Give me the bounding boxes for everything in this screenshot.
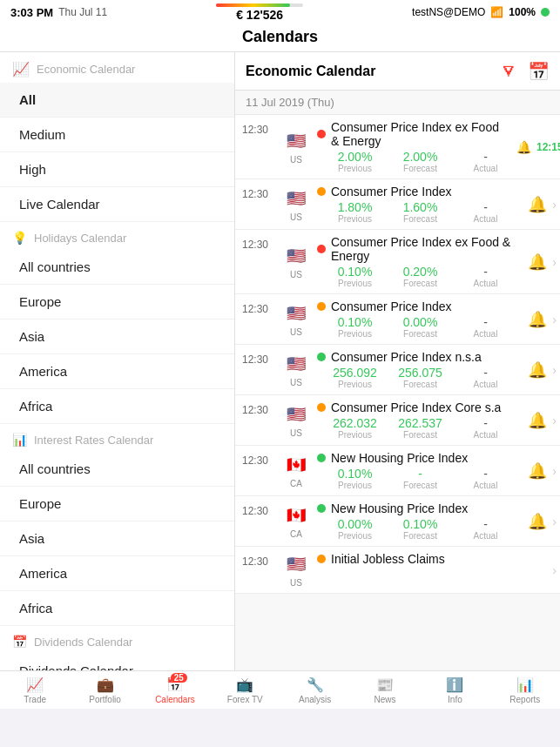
sidebar-item-africa-interest[interactable]: Africa — [0, 591, 234, 626]
sidebar-item-europe-interest[interactable]: Europe — [0, 487, 234, 522]
sidebar-item-live-calendar[interactable]: Live Calendar — [0, 187, 234, 222]
sidebar-item-europe-holiday[interactable]: Europe — [0, 285, 234, 320]
cal-time: 12:30 — [242, 400, 275, 440]
page-header: Calendars — [0, 24, 560, 52]
calendar-entry[interactable]: 12:30 🇺🇸 US Consumer Price Index 0.10% P… — [235, 294, 560, 345]
priority-dot — [317, 403, 326, 412]
cal-actions: 🔔 › — [528, 451, 557, 490]
cal-actual: - Actual — [462, 517, 509, 541]
calendar-entry[interactable]: 12:30 🇺🇸 US Consumer Price Index 1.80% P… — [235, 179, 560, 230]
calendar-entry[interactable]: 12:30 🇺🇸 US Consumer Price Index ex Food… — [235, 115, 560, 179]
chevron-right-icon: › — [552, 515, 557, 528]
calendar-entry[interactable]: 12:30 🇨🇦 CA New Housing Price Index 0.10… — [235, 446, 560, 496]
content-header: Economic Calendar ⛛ 📅 — [235, 52, 560, 91]
priority-dot — [317, 245, 326, 253]
flag-emoji: 🇺🇸 — [284, 301, 308, 326]
sidebar-item-africa-holiday[interactable]: Africa — [0, 389, 234, 424]
sidebar-item-america-interest[interactable]: America — [0, 556, 234, 591]
cal-body: Consumer Price Index n.s.a 256.092 Previ… — [317, 350, 521, 389]
calendar-entry[interactable]: 12:30 🇺🇸 US Consumer Price Index ex Food… — [235, 230, 560, 294]
cal-body: Consumer Price Index Core s.a 262.032 Pr… — [317, 400, 521, 440]
calendar-picker-icon[interactable]: 📅 — [528, 61, 550, 82]
previous-label: Previous — [338, 531, 372, 541]
cal-actual: - Actual — [462, 200, 509, 224]
cal-title-row: Initial Jobless Claims — [317, 552, 545, 566]
chevron-right-icon: › — [552, 563, 557, 577]
cal-flag: 🇺🇸 US — [282, 235, 310, 288]
actual-value: - — [483, 416, 488, 430]
tab-calendars[interactable]: 📅 25 Calendars — [140, 671, 210, 709]
cal-actual: - Actual — [462, 366, 509, 389]
bell-icon[interactable]: 🔔 — [528, 461, 547, 481]
calendar-entry[interactable]: 12:30 🇺🇸 US Consumer Price Index n.s.a 2… — [235, 345, 560, 395]
tab-analysis[interactable]: 🔧 Analysis — [280, 671, 350, 709]
cal-previous: 1.80% Previous — [331, 200, 379, 224]
dividends-calendar-label: Dividends Calendar — [34, 636, 132, 649]
tab-reports[interactable]: 📊 Reports — [490, 671, 560, 709]
bell-icon[interactable]: 🔔 — [528, 252, 547, 272]
actual-label: Actual — [474, 214, 498, 224]
previous-value: 2.00% — [338, 150, 373, 164]
trade-label: Trade — [24, 695, 46, 704]
filter-icon[interactable]: ⛛ — [500, 61, 517, 81]
cal-body: Consumer Price Index ex Food & Energy 0.… — [317, 235, 521, 288]
main-layout: 📈 Economic Calendar All Medium High Live… — [0, 52, 560, 670]
actual-label: Actual — [474, 531, 498, 541]
cal-previous: 0.10% Previous — [331, 315, 379, 339]
cal-time: 12:30 — [242, 350, 275, 389]
cal-actual: - Actual — [462, 265, 509, 288]
tab-news[interactable]: 📰 News — [350, 671, 420, 709]
forecast-label: Forecast — [403, 164, 437, 173]
cal-title: Consumer Price Index ex Food & Energy — [331, 235, 521, 263]
sidebar-item-dividends-calendar[interactable]: Dividends Calendar — [0, 654, 234, 670]
previous-label: Previous — [338, 430, 372, 440]
cal-actual: - Actual — [462, 315, 509, 339]
calendar-entry[interactable]: 12:30 🇺🇸 US Initial Jobless Claims › — [235, 547, 560, 594]
balance-bar — [216, 3, 303, 7]
bell-active-icon[interactable]: 🔔 — [516, 140, 531, 154]
cal-body: New Housing Price Index 0.10% Previous -… — [317, 451, 521, 490]
cal-data-row: 2.00% Previous 2.00% Forecast - Actual — [317, 150, 509, 173]
calendar-entry[interactable]: 12:30 🇺🇸 US Consumer Price Index Core s.… — [235, 395, 560, 446]
cal-previous: 262.032 Previous — [331, 416, 379, 440]
bell-icon[interactable]: 🔔 — [528, 195, 547, 214]
tab-icon-wrap: 📰 — [376, 676, 394, 693]
cal-actions: › — [552, 552, 557, 588]
cal-body: Initial Jobless Claims — [317, 552, 545, 588]
sidebar-item-all-countries-interest[interactable]: All countries — [0, 452, 234, 487]
cal-data-row: 262.032 Previous 262.537 Forecast - Actu… — [317, 416, 521, 440]
sidebar-item-all-countries-holiday[interactable]: All countries — [0, 250, 234, 285]
tab-icon-wrap: 📺 — [236, 676, 253, 693]
country-label: US — [290, 428, 302, 438]
sidebar-item-medium[interactable]: Medium — [0, 118, 234, 152]
tab-trade[interactable]: 📈 Trade — [0, 671, 70, 709]
tab-info[interactable]: ℹ️ Info — [420, 671, 489, 709]
tab-forex-tv[interactable]: 📺 Forex TV — [210, 671, 280, 709]
forecast-label: Forecast — [403, 279, 437, 288]
flag-emoji: 🇺🇸 — [284, 129, 308, 153]
priority-dot — [317, 454, 326, 462]
flag-emoji: 🇨🇦 — [284, 453, 308, 477]
chevron-right-icon: › — [552, 313, 557, 326]
bell-icon[interactable]: 🔔 — [528, 310, 547, 329]
bell-icon[interactable]: 🔔 — [528, 411, 547, 430]
cal-actions: 🔔 › — [528, 299, 557, 339]
forecast-label: Forecast — [403, 481, 437, 490]
bell-icon[interactable]: 🔔 — [528, 360, 547, 380]
sidebar-item-asia-interest[interactable]: Asia — [0, 522, 234, 556]
news-icon: 📰 — [376, 677, 394, 692]
forecast-value: - — [418, 467, 422, 481]
calendar-entry[interactable]: 12:30 🇨🇦 CA New Housing Price Index 0.00… — [235, 496, 560, 547]
sidebar-item-asia-holiday[interactable]: Asia — [0, 320, 234, 354]
cal-data-row: 0.10% Previous - Forecast - Actual — [317, 467, 521, 490]
bell-icon[interactable]: 🔔 — [528, 512, 547, 531]
previous-value: 0.00% — [338, 517, 373, 531]
cal-actual: - Actual — [462, 416, 509, 440]
sidebar-item-america-holiday[interactable]: America — [0, 354, 234, 389]
cal-title: Consumer Price Index — [331, 185, 452, 199]
sidebar-item-all[interactable]: All — [0, 83, 234, 118]
sidebar-item-high[interactable]: High — [0, 152, 234, 187]
tab-portfolio[interactable]: 💼 Portfolio — [70, 671, 139, 709]
info-icon: ℹ️ — [446, 677, 463, 692]
previous-label: Previous — [338, 481, 372, 490]
